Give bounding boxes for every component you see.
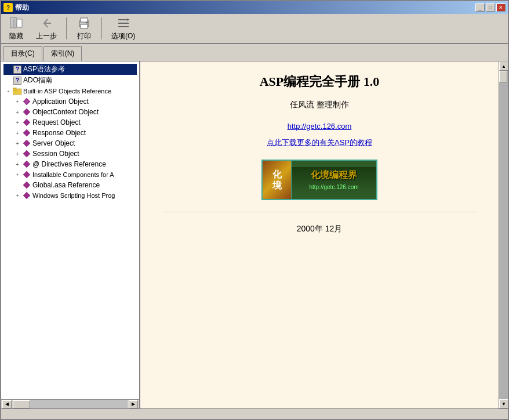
tree-view[interactable]: ? ASP语法参考 ? ADO指南 ⁃ bbox=[1, 61, 139, 399]
vscroll-down-btn[interactable]: ▼ bbox=[499, 399, 508, 408]
vscroll-thumb[interactable] bbox=[499, 71, 507, 82]
logo-right: 化境编程界 http://getc.126.com bbox=[292, 167, 376, 193]
gem-icon-session bbox=[22, 149, 31, 158]
tree-expand-builtin: ⁃ bbox=[3, 86, 13, 96]
logo-left-char: 化境 bbox=[263, 160, 292, 200]
gem-icon-objectcontext bbox=[22, 107, 31, 117]
right-panel: ASP编程完全手册 1.0 任风流 整理制作 http://getc.126.c… bbox=[140, 61, 499, 408]
tree-label-builtin: Built-in ASP Objects Reference bbox=[23, 88, 111, 95]
minimize-button[interactable]: _ bbox=[475, 3, 485, 12]
options-icon bbox=[117, 16, 130, 30]
toolbar-separator-1 bbox=[66, 17, 67, 39]
logo-box: 化境 化境编程界 http://getc.126.com bbox=[261, 160, 377, 200]
content-date: 2000年 12月 bbox=[163, 224, 475, 234]
gem-icon-application bbox=[22, 97, 31, 106]
svg-marker-23 bbox=[23, 171, 30, 178]
vscroll-up-btn[interactable]: ▲ bbox=[499, 61, 508, 71]
tree-item-global-asa[interactable]: Global.asa Reference bbox=[3, 180, 137, 190]
options-button[interactable]: 选项(O) bbox=[108, 15, 139, 42]
svg-marker-11 bbox=[127, 19, 130, 21]
main-content-wrapper: ASP编程完全手册 1.0 任风流 整理制作 http://getc.126.c… bbox=[140, 61, 508, 408]
hide-icon bbox=[9, 16, 23, 30]
tree-item-request[interactable]: + Request Object bbox=[3, 117, 137, 128]
tree-item-application[interactable]: + Application Object bbox=[3, 96, 137, 107]
tree-item-directives[interactable]: + @ Directives Reference bbox=[3, 159, 137, 169]
window-title: 帮助 bbox=[15, 3, 29, 13]
svg-rect-5 bbox=[81, 18, 88, 22]
content-divider bbox=[163, 212, 475, 212]
tree-label-application: Application Object bbox=[32, 97, 89, 106]
maximize-button[interactable]: □ bbox=[486, 3, 495, 12]
gem-icon-server bbox=[22, 139, 31, 148]
options-label: 选项(O) bbox=[111, 31, 135, 41]
print-label: 打印 bbox=[77, 31, 91, 41]
tree-label-wsh: Windows Scripting Host Prog bbox=[32, 192, 115, 199]
print-button[interactable]: 打印 bbox=[72, 15, 96, 42]
tree-label-request: Request Object bbox=[32, 118, 81, 126]
tree-expand-application: + bbox=[13, 97, 22, 106]
gem-icon-installable bbox=[22, 170, 31, 179]
tree-expand-objectcontext: + bbox=[13, 107, 22, 117]
gem-icon-response bbox=[22, 128, 31, 137]
tree-expand-request: + bbox=[13, 118, 22, 127]
svg-marker-24 bbox=[23, 182, 30, 189]
gem-icon-wsh bbox=[22, 191, 31, 200]
tree-expand-response: + bbox=[13, 128, 22, 137]
tree-label-session: Session Object bbox=[32, 150, 79, 158]
back-button[interactable]: 上一步 bbox=[32, 15, 60, 42]
content-title: ASP编程完全手册 1.0 bbox=[163, 73, 475, 90]
tree-item-ado-guide[interactable]: ? ADO指南 bbox=[3, 75, 137, 86]
left-panel-content: ? ASP语法参考 ? ADO指南 ⁃ bbox=[1, 61, 139, 399]
svg-rect-10 bbox=[118, 26, 129, 27]
tree-item-server[interactable]: + Server Object bbox=[3, 138, 137, 149]
tree-item-objectcontext[interactable]: + ObjectContext Object bbox=[3, 107, 137, 117]
main-window: ? 帮助 _ □ ✕ 隐藏 bbox=[0, 0, 509, 420]
svg-rect-0 bbox=[10, 17, 16, 28]
svg-marker-25 bbox=[23, 192, 30, 199]
question-icon-asp-syntax: ? bbox=[13, 65, 22, 74]
content-link2[interactable]: 点此下载更多的有关ASP的教程 bbox=[163, 137, 475, 148]
svg-rect-9 bbox=[118, 23, 129, 24]
toolbar: 隐藏 上一步 打印 bbox=[1, 14, 508, 44]
gem-icon-request bbox=[22, 118, 31, 127]
close-button[interactable]: ✕ bbox=[496, 3, 506, 12]
content-link1[interactable]: http://getc.126.com bbox=[163, 122, 475, 131]
tree-item-wsh[interactable]: + Windows Scripting Host Prog bbox=[3, 190, 137, 201]
tree-label-installable: Installable Components for A bbox=[32, 171, 114, 178]
tree-expand-global-asa bbox=[13, 180, 22, 190]
svg-point-7 bbox=[86, 21, 88, 23]
tree-label-response: Response Object bbox=[32, 129, 86, 137]
left-panel: ? ASP语法参考 ? ADO指南 ⁃ bbox=[1, 61, 140, 408]
tree-label-server: Server Object bbox=[32, 139, 75, 147]
scroll-track-h[interactable] bbox=[13, 400, 128, 408]
tree-expand-wsh: + bbox=[13, 191, 22, 200]
window-icon: ? bbox=[3, 3, 13, 12]
content-subtitle: 任风流 整理制作 bbox=[163, 100, 475, 110]
tree-label-global-asa: Global.asa Reference bbox=[32, 181, 100, 189]
tree-label-ado: ADO指南 bbox=[23, 75, 52, 85]
tree-item-installable[interactable]: + Installable Components for A bbox=[3, 169, 137, 180]
folder-icon-builtin bbox=[13, 86, 22, 96]
tab-strip: 目录(C) 索引(N) bbox=[1, 44, 508, 61]
scroll-left-btn[interactable]: ◀ bbox=[2, 400, 12, 408]
scroll-thumb-h[interactable] bbox=[13, 400, 30, 408]
tree-item-builtin[interactable]: ⁃ Built-in ASP Objects Reference bbox=[3, 86, 137, 96]
svg-marker-19 bbox=[23, 129, 30, 136]
tree-item-session[interactable]: + Session Object bbox=[3, 149, 137, 159]
vscroll-track[interactable] bbox=[499, 71, 508, 399]
right-scrollbar[interactable]: ▲ ▼ bbox=[499, 61, 508, 408]
tree-expand-server: + bbox=[13, 139, 22, 148]
scroll-right-btn[interactable]: ▶ bbox=[129, 400, 138, 408]
title-bar: ? 帮助 _ □ ✕ bbox=[1, 1, 508, 14]
tree-item-asp-syntax[interactable]: ? ASP语法参考 bbox=[3, 64, 137, 75]
tree-expand-ado bbox=[3, 76, 13, 85]
back-icon bbox=[39, 16, 53, 30]
back-label: 上一步 bbox=[36, 31, 57, 41]
left-panel-scrollbar-h[interactable]: ◀ ▶ bbox=[1, 399, 139, 408]
logo-text-url: http://getc.126.com bbox=[309, 184, 358, 190]
svg-marker-21 bbox=[23, 150, 30, 157]
tab-index[interactable]: 索引(N) bbox=[43, 46, 82, 61]
tab-contents[interactable]: 目录(C) bbox=[3, 46, 42, 61]
hide-button[interactable]: 隐藏 bbox=[5, 15, 28, 42]
tree-item-response[interactable]: + Response Object bbox=[3, 128, 137, 138]
